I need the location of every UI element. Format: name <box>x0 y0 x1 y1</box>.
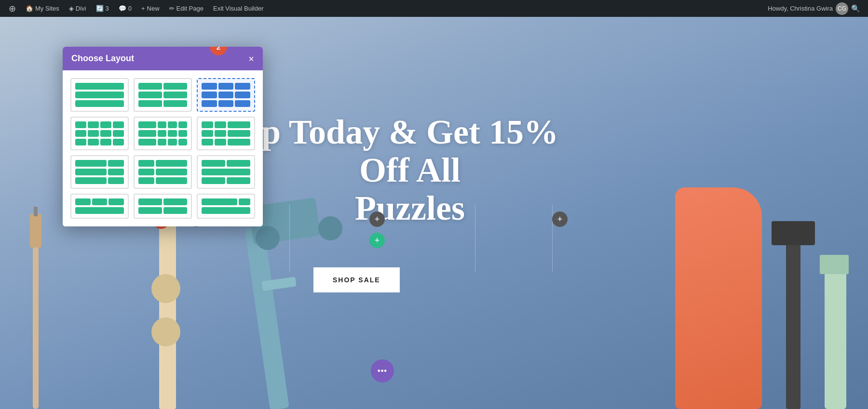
layout-options-grid <box>70 78 255 219</box>
layout-stacked[interactable] <box>134 194 192 219</box>
hero-headline: p Today & Get 15% Off All Puzzles <box>241 113 579 228</box>
layout-2col-rightwide[interactable] <box>134 155 192 189</box>
pencil-icon: ✏ <box>169 5 175 12</box>
hero-text: p Today & Get 15% Off All Puzzles <box>241 113 579 228</box>
divider-2 <box>475 205 475 272</box>
add-section-btn-1[interactable]: + <box>369 233 385 248</box>
comments-menu[interactable]: 💬 0 <box>114 0 136 17</box>
layout-4col[interactable] <box>70 117 129 150</box>
updates-menu[interactable]: 🔄 3 <box>91 0 114 17</box>
layout-3col-leftwide[interactable] <box>134 117 192 150</box>
wp-icon: ⊕ <box>9 3 16 14</box>
layout-3col[interactable] <box>197 78 255 112</box>
avatar[interactable]: CG <box>836 2 848 15</box>
divider-3 <box>552 205 553 272</box>
layout-2col-leftwide[interactable] <box>70 155 129 189</box>
modal-header: Choose Layout × <box>63 47 263 70</box>
search-icon[interactable]: 🔍 <box>851 4 860 13</box>
modal-title: Choose Layout <box>71 53 134 64</box>
admin-bar-right: Howdy, Christina Gwira CG 🔍 <box>768 2 864 15</box>
edit-page-btn[interactable]: ✏ Edit Page <box>164 0 208 17</box>
wp-logo[interactable]: ⊕ <box>4 0 21 17</box>
layout-mixed[interactable] <box>197 155 255 189</box>
updates-icon: 🔄 <box>96 5 104 12</box>
shop-sale-button[interactable]: SHOP SALE <box>313 267 400 292</box>
layout-2col[interactable] <box>134 78 192 112</box>
add-column-btn-3[interactable]: + <box>552 211 568 227</box>
layout-3col-1col[interactable] <box>70 194 129 219</box>
admin-bar: ⊕ 🏠 My Sites ◈ Divi 🔄 3 💬 0 + New ✏ Edit… <box>0 0 868 17</box>
divider-1 <box>289 205 290 272</box>
divi-menu[interactable]: ◈ Divi <box>64 0 91 17</box>
more-options-button[interactable]: ••• <box>371 359 394 383</box>
hero-section: p Today & Get 15% Off All Puzzles SHOP S… <box>0 17 868 409</box>
comments-icon: 💬 <box>119 5 126 12</box>
exit-visual-builder-btn[interactable]: Exit Visual Builder <box>208 0 269 17</box>
layout-wide-right[interactable] <box>197 194 255 219</box>
add-column-btn-2[interactable]: + <box>369 211 385 227</box>
plus-new-icon: + <box>141 5 145 12</box>
sites-icon: 🏠 <box>26 5 33 12</box>
modal-body <box>63 70 263 226</box>
divi-icon: ◈ <box>69 5 74 12</box>
new-menu[interactable]: + New <box>136 0 164 17</box>
layout-1col[interactable] <box>70 78 129 112</box>
my-sites-menu[interactable]: 🏠 My Sites <box>21 0 64 17</box>
choose-layout-modal: Choose Layout × 2 <box>63 47 263 226</box>
layout-3col-rightwide[interactable] <box>197 117 255 150</box>
modal-close-btn[interactable]: × <box>248 54 254 64</box>
